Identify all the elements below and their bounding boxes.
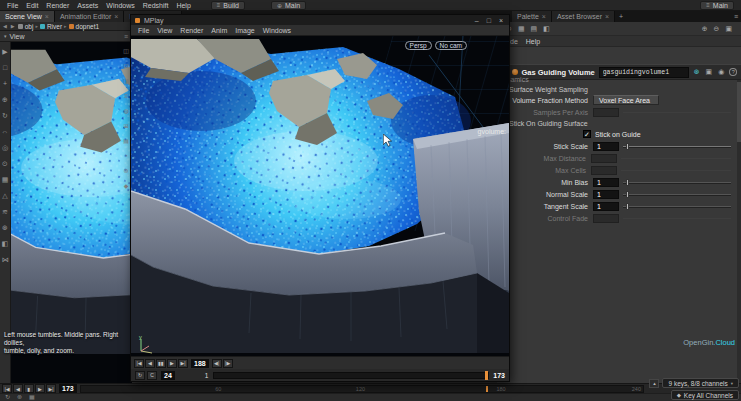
path-obj[interactable]: obj — [25, 23, 34, 30]
tab-animation-editor[interactable]: Animation Editor × — [55, 11, 124, 22]
fps-display[interactable]: 24 — [161, 371, 175, 380]
tangent-scale-slider[interactable] — [623, 202, 731, 211]
min-bias-field[interactable] — [593, 178, 619, 187]
playhead[interactable] — [486, 386, 488, 392]
tool-icon[interactable]: ⊛ — [2, 224, 8, 231]
pause-button[interactable]: ▮▮ — [156, 359, 166, 368]
first-frame-button[interactable]: |◀ — [2, 384, 12, 393]
list-view-icon[interactable]: ▤ — [528, 25, 541, 32]
menu-edit[interactable]: Edit — [22, 2, 42, 9]
tool-icon[interactable]: △ — [2, 192, 7, 199]
range-slider[interactable] — [213, 372, 489, 379]
step-back-button[interactable]: ◀| — [212, 359, 222, 368]
menu-anim[interactable]: Anim — [207, 27, 231, 34]
display-option-icon[interactable]: ◫ — [123, 48, 129, 55]
menu-windows[interactable]: Windows — [259, 27, 295, 34]
play-button[interactable]: ▶ — [35, 384, 45, 393]
close-icon[interactable]: × — [605, 13, 609, 20]
menu-file[interactable]: File — [3, 2, 22, 9]
tab-palette[interactable]: Palette × — [512, 11, 552, 22]
prev-frame-button[interactable]: ◀ — [13, 384, 23, 393]
close-icon[interactable]: × — [114, 13, 118, 20]
minimize-button[interactable]: – — [473, 17, 481, 24]
tool-icon[interactable]: ⊙ — [2, 160, 8, 167]
stick-scale-slider[interactable] — [623, 142, 731, 151]
desktop-selector[interactable]: ≡ Build — [211, 1, 245, 10]
tool-icon[interactable]: ◧ — [2, 240, 9, 247]
tool-icon[interactable]: ⇔ — [2, 128, 9, 135]
cycle-mode-button[interactable]: C — [147, 371, 157, 380]
menu-file[interactable]: File — [134, 27, 153, 34]
frame-ruler[interactable]: 60 120 180 240 — [80, 385, 644, 393]
section-surface-weight-sampling[interactable]: Surface Weight Sampling — [497, 84, 737, 94]
tool-icon[interactable]: ◎ — [2, 144, 8, 151]
tangent-scale-field[interactable] — [593, 202, 619, 211]
tool-icon[interactable]: □ — [3, 64, 7, 71]
section-stick-on-guiding-surface[interactable]: Stick On Guiding Surface — [497, 118, 737, 128]
settings-icon[interactable]: ⊛ — [17, 394, 22, 401]
panel-icon[interactable]: ▣ — [722, 25, 735, 32]
view-menu[interactable]: View — [10, 33, 25, 40]
mplay-titlebar[interactable]: MPlay – □ × — [131, 15, 509, 25]
grid-view-icon[interactable]: ▦ — [515, 25, 528, 32]
help-menu[interactable]: Help — [526, 38, 540, 45]
tool-icon[interactable]: ⊕ — [2, 96, 8, 103]
last-frame-button[interactable]: ▶| — [178, 359, 188, 368]
display-option-icon[interactable]: ◍ — [123, 108, 128, 115]
menu-redshift[interactable]: Redshift — [139, 2, 173, 9]
close-icon[interactable]: × — [542, 13, 546, 20]
menu-render[interactable]: Render — [42, 2, 73, 9]
tool-icon[interactable]: ≋ — [2, 208, 8, 215]
cache-icon[interactable]: ▦ — [29, 394, 35, 401]
display-option-icon[interactable]: ⊡ — [123, 63, 128, 70]
zoom-in-icon[interactable]: ⊕ — [699, 25, 711, 32]
path-river[interactable]: River — [47, 23, 62, 30]
close-button[interactable]: × — [497, 17, 505, 24]
stick-scale-field[interactable] — [593, 142, 619, 151]
display-option-icon[interactable]: ▤ — [123, 138, 129, 145]
current-frame-display[interactable]: 173 — [59, 384, 77, 393]
slider-handle[interactable] — [626, 203, 629, 210]
tab-asset-browser[interactable]: Asset Browser × — [552, 11, 615, 22]
stick-on-guide-checkbox[interactable]: ✓ — [583, 130, 591, 138]
menu-image[interactable]: Image — [231, 27, 258, 34]
menu-windows[interactable]: Windows — [102, 2, 138, 9]
min-bias-slider[interactable] — [623, 178, 731, 187]
display-option-icon[interactable]: ⊚ — [123, 168, 128, 175]
tool-icon[interactable]: ⋈ — [2, 256, 9, 263]
current-frame-display[interactable]: 188 — [191, 359, 209, 368]
help-icon[interactable]: ? — [729, 68, 737, 76]
volume-fraction-method-dropdown[interactable]: Voxel Face Area — [593, 95, 659, 105]
back-icon[interactable]: ◀ — [2, 23, 8, 29]
prev-frame-button[interactable]: ◀ — [145, 359, 155, 368]
gear-icon[interactable]: ⊛ — [693, 68, 701, 76]
forward-icon[interactable]: ▶ — [10, 23, 16, 29]
path-dopnet[interactable]: dopnet1 — [76, 23, 100, 30]
slider-handle[interactable] — [626, 179, 629, 186]
node-name-field[interactable] — [599, 67, 689, 78]
desktop-selector-right[interactable]: ≡ Main — [700, 1, 734, 10]
menu-render[interactable]: Render — [176, 27, 207, 34]
scrollbar[interactable] — [737, 80, 741, 383]
display-option-icon[interactable]: ⊞ — [123, 123, 128, 130]
tab-scene-view[interactable]: Scene View × — [0, 11, 55, 22]
refresh-icon[interactable]: ↻ — [5, 394, 10, 401]
no-cam-badge[interactable]: No cam — [435, 41, 467, 50]
first-frame-button[interactable]: |◀ — [134, 359, 144, 368]
zoom-out-icon[interactable]: ⊖ — [711, 25, 723, 32]
display-option-icon[interactable]: ◆ — [124, 183, 129, 190]
pane-menu-icon[interactable]: ≡ — [734, 13, 738, 20]
add-tab-button[interactable]: + — [615, 11, 627, 22]
display-option-icon[interactable]: ≡ — [124, 93, 128, 100]
split-view-icon[interactable]: ◧ — [540, 25, 553, 32]
keys-summary-button[interactable]: 9 keys, 8/8 channels ▾ — [662, 378, 739, 388]
play-button[interactable]: ▶ — [167, 359, 177, 368]
flipbook-viewport[interactable]: Persp No cam gvolume: y — [131, 36, 509, 356]
normal-scale-field[interactable] — [593, 190, 619, 199]
display-option-icon[interactable]: ◨ — [123, 78, 129, 85]
scene-viewport[interactable]: ▶ □ + ⊕ ↻ ⇔ ◎ ⊙ ▦ △ ≋ ⊛ ◧ ⋈ ◫ ⊡ ◨ ≡ — [0, 42, 132, 383]
tool-icon[interactable]: ↻ — [2, 112, 8, 119]
playhead-marker[interactable] — [485, 371, 488, 380]
tool-icon[interactable]: + — [3, 80, 7, 87]
last-frame-button[interactable]: ▶| — [46, 384, 56, 393]
